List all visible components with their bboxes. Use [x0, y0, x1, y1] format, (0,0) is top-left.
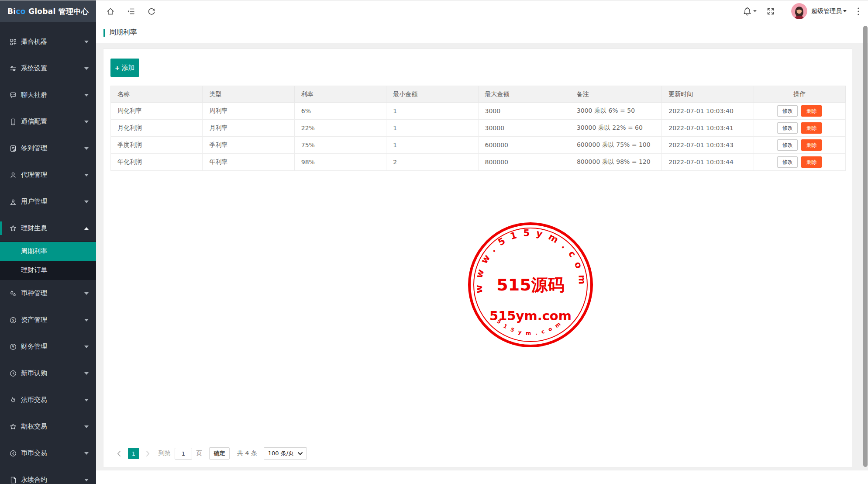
- column-header: 操作: [754, 86, 845, 103]
- sidebar-item-wealth-interest[interactable]: 理财生息: [0, 215, 96, 242]
- chevron-down-icon: [84, 121, 89, 123]
- page-size-select[interactable]: 100 条/页: [264, 447, 307, 460]
- sidebar-item-label: 财务管理: [21, 342, 84, 351]
- clock-icon: [9, 369, 17, 377]
- sidebar-item-user-management[interactable]: 用户管理: [0, 188, 96, 215]
- table-row: 年化利润年利率98%2800000800000 乘以 98% = 1202022…: [111, 154, 846, 171]
- delete-button[interactable]: 删除: [801, 122, 822, 134]
- cell-remark: 600000 乘以 75% = 100: [570, 137, 661, 154]
- column-header: 备注: [570, 86, 661, 103]
- sidebar-subitem-cycle-rate[interactable]: 周期利率: [0, 242, 96, 261]
- sidebar-item-label: 理财生息: [21, 224, 84, 232]
- sidebar-item-label: 系统设置: [21, 64, 84, 73]
- sidebar-item-perpetual-contract[interactable]: 永续合约: [0, 467, 96, 484]
- sidebar-submenu: 周期利率理财订单: [0, 242, 96, 280]
- delete-button[interactable]: 删除: [801, 156, 822, 168]
- edit-button[interactable]: 修改: [777, 105, 798, 117]
- cell-type: 月利率: [203, 120, 294, 137]
- notifications-button[interactable]: [743, 7, 757, 16]
- cell-remark: 30000 乘以 22% = 60: [570, 120, 661, 137]
- sidebar-item-checkin-management[interactable]: 签到管理: [0, 135, 96, 162]
- app-window: Bico Global 管理中心 撮合机器系统设置聊天社群通信配置签到管理代理管…: [0, 0, 868, 484]
- sidebar-menu: 撮合机器系统设置聊天社群通信配置签到管理代理管理用户管理理财生息周期利率理财订单…: [0, 22, 96, 484]
- yen-icon: ¥: [9, 342, 17, 351]
- sidebar-item-chat-community[interactable]: 聊天社群: [0, 82, 96, 108]
- cell-min: 2: [386, 154, 478, 171]
- more-options-icon[interactable]: [857, 7, 860, 16]
- document-icon: [9, 476, 17, 484]
- prev-page-icon[interactable]: [117, 450, 122, 457]
- home-icon[interactable]: [106, 7, 115, 16]
- fullscreen-icon[interactable]: [766, 7, 775, 16]
- page-title: 周期利率: [109, 28, 137, 37]
- user-icon: [9, 197, 17, 206]
- sidebar-item-communication-config[interactable]: 通信配置: [0, 108, 96, 135]
- cell-rate: 98%: [294, 154, 386, 171]
- cell-actions: 修改删除: [754, 120, 845, 137]
- confirm-button[interactable]: 确定: [209, 447, 230, 460]
- refresh-icon[interactable]: [147, 7, 156, 16]
- sidebar-item-agent-management[interactable]: 代理管理: [0, 162, 96, 188]
- avatar[interactable]: [791, 3, 807, 19]
- chevron-down-icon: [84, 41, 89, 43]
- flame-icon: [9, 396, 17, 404]
- edit-button[interactable]: 修改: [777, 122, 798, 134]
- content-card: + 添加 名称类型利率最小金额最大金额备注更新时间操作 周化利率周利率6%130…: [103, 48, 852, 467]
- chevron-down-icon: [84, 319, 89, 322]
- sidebar-item-label: 签到管理: [21, 144, 84, 152]
- sidebar-item-finance-management[interactable]: ¥财务管理: [0, 333, 96, 360]
- logo-part: Bi: [7, 7, 16, 16]
- current-user[interactable]: 超级管理员: [811, 7, 842, 15]
- delete-button[interactable]: 删除: [801, 105, 822, 117]
- delete-button[interactable]: 删除: [801, 139, 822, 151]
- sidebar-item-label: 永续合约: [21, 476, 84, 484]
- add-button[interactable]: + 添加: [110, 59, 139, 77]
- scrollbar-thumb[interactable]: [863, 26, 868, 467]
- chevron-down-icon: [84, 346, 89, 348]
- cell-rate: 22%: [294, 120, 386, 137]
- bell-icon: [743, 7, 752, 16]
- next-page-icon[interactable]: [145, 450, 151, 457]
- sidebar-item-fiat-trade[interactable]: 法币交易: [0, 387, 96, 413]
- goto-page-input[interactable]: [175, 448, 192, 460]
- plus-icon: +: [115, 64, 120, 72]
- column-header: 类型: [203, 86, 294, 103]
- cell-updated: 2022-07-01 10:03:44: [662, 154, 754, 171]
- chevron-down-icon[interactable]: [843, 10, 847, 12]
- sidebar-item-options-trade[interactable]: 期权交易: [0, 413, 96, 440]
- sidebar-item-label: 撮合机器: [21, 38, 84, 46]
- sidebar-item-coin-management[interactable]: 币种管理: [0, 280, 96, 307]
- page-label: 页: [196, 449, 202, 457]
- cell-max: 600000: [478, 137, 570, 154]
- logo-part: Global 管理中心: [26, 7, 89, 17]
- sidebar-item-label: 代理管理: [21, 171, 84, 179]
- current-page-button[interactable]: 1: [128, 448, 139, 459]
- sidebar-item-label: 资产管理: [21, 316, 84, 324]
- sidebar-item-spot-trade[interactable]: 币币交易: [0, 440, 96, 467]
- sidebar-item-matching-engine[interactable]: 撮合机器: [0, 28, 96, 55]
- sidebar-item-system-settings[interactable]: 系统设置: [0, 55, 96, 82]
- svg-text:¥: ¥: [12, 344, 14, 349]
- chevron-down-icon: [84, 292, 89, 295]
- topbar: 超级管理员: [96, 0, 868, 22]
- main-area: 超级管理员 周期利率 + 添加 名称类型利率最小金额最大金额备注更新时间操作 周…: [96, 0, 868, 484]
- edit-button[interactable]: 修改: [777, 156, 798, 168]
- sidebar-item-label: 法币交易: [21, 396, 84, 404]
- sidebar-item-new-coin-subscribe[interactable]: 新币认购: [0, 360, 96, 387]
- chevron-down-icon: [84, 174, 89, 176]
- sidebar-item-label: 用户管理: [21, 197, 84, 206]
- cell-rate: 6%: [294, 103, 386, 120]
- cell-actions: 修改删除: [754, 154, 845, 171]
- sidebar-item-asset-management[interactable]: $资产管理: [0, 307, 96, 333]
- star-icon: [9, 224, 17, 232]
- cell-max: 800000: [478, 154, 570, 171]
- pagination: 1 到第 页 确定 共 4 条 100 条/页: [117, 447, 307, 460]
- chevron-down-icon: [753, 10, 757, 12]
- cell-updated: 2022-07-01 10:03:40: [662, 103, 754, 120]
- table-header-row: 名称类型利率最小金额最大金额备注更新时间操作: [111, 86, 846, 103]
- collapse-menu-icon[interactable]: [127, 7, 135, 16]
- chevron-down-icon: [84, 147, 89, 150]
- edit-button[interactable]: 修改: [777, 139, 798, 151]
- sidebar-subitem-wealth-orders[interactable]: 理财订单: [0, 261, 96, 280]
- sidebar-item-label: 币种管理: [21, 289, 84, 297]
